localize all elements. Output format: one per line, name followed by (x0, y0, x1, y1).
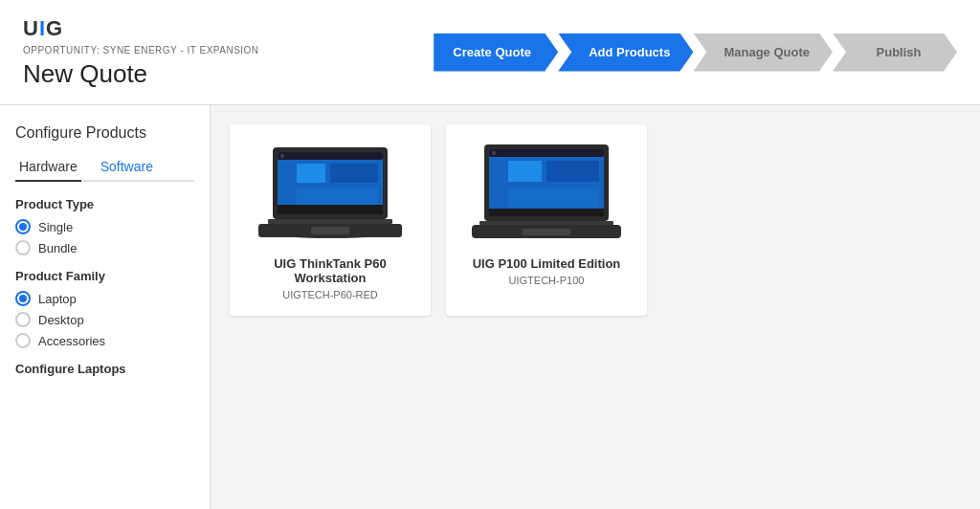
radio-desktop-indicator (15, 312, 31, 327)
svg-rect-12 (311, 227, 349, 234)
radio-laptop[interactable]: Laptop (15, 291, 194, 306)
header: UIG OPPORTUNITY: SYNE ENERGY - IT EXPANS… (0, 0, 980, 105)
logo-accent: I (39, 16, 46, 40)
step-add-products[interactable]: Add Products (558, 33, 693, 72)
radio-bundle-indicator (15, 240, 31, 255)
radio-accessories[interactable]: Accessories (15, 333, 194, 348)
radio-single-indicator (15, 219, 31, 234)
radio-bundle[interactable]: Bundle (15, 240, 194, 255)
svg-point-19 (492, 151, 496, 155)
laptop-svg-p60 (254, 140, 407, 245)
product-name-p60: UIG ThinkTank P60 Workstation (245, 256, 415, 285)
radio-laptop-indicator (15, 291, 31, 306)
step-publish[interactable]: Publish (833, 33, 957, 72)
svg-rect-21 (479, 221, 613, 225)
product-sku-p100: UIGTECH-P100 (509, 275, 585, 286)
product-type-filter: Product Type Single Bundle (15, 197, 194, 255)
product-card-p60[interactable]: UIG ThinkTank P60 Workstation UIGTECH-P6… (230, 124, 431, 316)
product-card-p100[interactable]: UIG P100 Limited Edition UIGTECH-P100 (446, 124, 647, 316)
product-family-filter: Product Family Laptop Desktop Accessorie… (15, 269, 194, 348)
svg-rect-4 (297, 164, 325, 183)
svg-rect-3 (278, 152, 383, 160)
svg-rect-17 (546, 161, 599, 182)
svg-rect-8 (278, 205, 383, 214)
product-family-title: Product Family (15, 269, 194, 283)
svg-point-7 (280, 154, 284, 158)
radio-single[interactable]: Single (15, 219, 194, 234)
progress-steps: Create Quote Add Products Manage Quote P… (434, 30, 957, 76)
svg-rect-6 (297, 188, 378, 207)
products-grid: UIG ThinkTank P60 Workstation UIGTECH-P6… (230, 124, 961, 316)
main-content: UIG ThinkTank P60 Workstation UIGTECH-P6… (211, 105, 980, 509)
sidebar: Configure Products Hardware Software Pro… (0, 105, 211, 509)
opportunity-label: OPPORTUNITY: SYNE ENERGY - IT EXPANSION (23, 45, 259, 55)
configure-laptops-title: Configure Laptops (15, 362, 194, 376)
svg-rect-5 (330, 164, 378, 183)
product-image-p100 (470, 140, 623, 245)
tab-hardware[interactable]: Hardware (15, 153, 81, 182)
product-image-p60 (254, 140, 407, 245)
step-manage-quote[interactable]: Manage Quote (693, 33, 833, 72)
tab-software[interactable]: Software (97, 153, 157, 182)
product-type-title: Product Type (15, 197, 194, 211)
content-area: Configure Products Hardware Software Pro… (0, 105, 980, 509)
product-tabs: Hardware Software (15, 153, 194, 182)
radio-accessories-indicator (15, 333, 31, 348)
svg-rect-15 (489, 149, 604, 157)
header-left: UIG OPPORTUNITY: SYNE ENERGY - IT EXPANS… (23, 16, 259, 89)
logo: UIG (23, 16, 259, 41)
svg-rect-20 (489, 209, 604, 216)
step-create-quote[interactable]: Create Quote (434, 33, 558, 72)
radio-desktop[interactable]: Desktop (15, 312, 194, 327)
svg-rect-23 (523, 229, 570, 235)
product-sku-p60: UIGTECH-P60-RED (282, 289, 378, 300)
svg-rect-18 (508, 188, 599, 207)
laptop-svg-p100 (470, 140, 623, 245)
product-name-p100: UIG P100 Limited Edition (473, 256, 621, 271)
svg-rect-16 (508, 161, 542, 182)
configure-products-title: Configure Products (15, 124, 194, 142)
page-title: New Quote (23, 59, 259, 89)
